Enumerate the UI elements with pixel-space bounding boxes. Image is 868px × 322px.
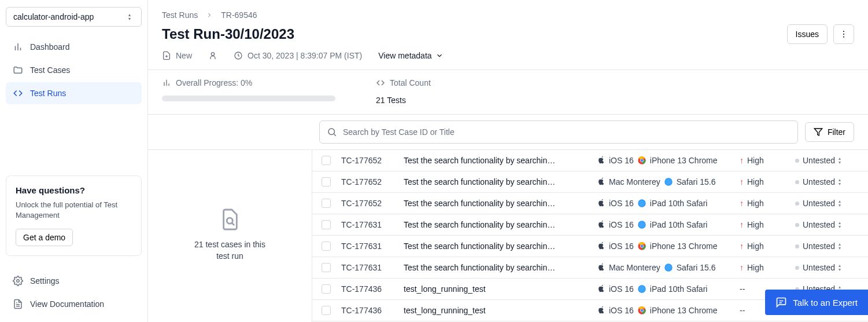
status-label: Untested <box>803 241 835 251</box>
chevron-sort-icon: ▴▾ <box>839 264 844 272</box>
status-dot-icon <box>795 202 799 206</box>
search-input[interactable] <box>343 127 791 137</box>
row-checkbox[interactable] <box>322 263 332 272</box>
total-count-label: Total Count <box>376 78 431 87</box>
tc-status-dropdown[interactable]: Untested ▴▾ <box>795 241 859 251</box>
chevron-sort-icon: ▴▾ <box>839 242 844 250</box>
row-checkbox[interactable] <box>322 220 332 229</box>
tc-status-dropdown[interactable]: Untested ▴▾ <box>795 199 859 208</box>
sidebar-item-docs[interactable]: View Documentation <box>6 293 142 315</box>
row-checkbox[interactable] <box>322 284 332 294</box>
env-device: iPad 10th Safari <box>650 284 708 294</box>
filter-button[interactable]: Filter <box>805 122 854 142</box>
progress-bar <box>162 96 335 101</box>
get-demo-button[interactable]: Get a demo <box>16 229 73 246</box>
table-row[interactable]: TC-177631 Test the search functionality … <box>312 236 868 257</box>
apple-icon <box>597 220 605 229</box>
svg-point-14 <box>638 200 645 206</box>
svg-point-7 <box>227 218 232 224</box>
tc-status-dropdown[interactable]: Untested ▴▾ <box>795 220 859 229</box>
tc-environment: iOS 16 iPad 10th Safari <box>597 199 730 208</box>
timestamp: Oct 30, 2023 | 8:39:07 PM (IST) <box>234 51 362 60</box>
tc-title: test_long_running_test <box>404 306 588 315</box>
table-row[interactable]: TC-177652 Test the search functionality … <box>312 171 868 193</box>
more-menu-button[interactable] <box>833 24 854 44</box>
priority-label: High <box>747 156 764 165</box>
questions-body: Unlock the full potential of Test Manage… <box>16 200 132 221</box>
tc-id: TC-177631 <box>341 241 394 251</box>
talk-to-expert-button[interactable]: Talk to an Expert <box>765 290 868 315</box>
total-count-text: Total Count <box>390 78 431 87</box>
row-checkbox[interactable] <box>322 306 332 315</box>
main-content: Test Runs TR-69546 Test Run-30/10/2023 I… <box>148 0 868 322</box>
gear-icon <box>13 276 23 286</box>
tc-status-dropdown[interactable]: Untested ▴▾ <box>795 156 859 165</box>
tc-title: Test the search functionality by searchi… <box>404 156 588 165</box>
questions-card: Have questions? Unlock the full potentia… <box>6 175 142 256</box>
table-row[interactable]: TC-177652 Test the search functionality … <box>312 193 868 214</box>
tc-title: test_long_running_test <box>404 284 588 294</box>
env-os: iOS 16 <box>609 220 634 229</box>
summary-panel: 21 test cases in this test run <box>148 150 312 322</box>
issues-button[interactable]: Issues <box>787 24 828 44</box>
arrow-up-icon: ↑ <box>740 263 744 272</box>
svg-point-19 <box>641 245 643 247</box>
tc-priority: ↑ High <box>740 156 786 165</box>
sidebar-item-dashboard[interactable]: Dashboard <box>6 36 142 58</box>
sidebar: calculator-android-app ▴▾ Dashboard Test… <box>0 0 148 322</box>
breadcrumb-current: TR-69546 <box>221 10 257 20</box>
chrome-icon <box>637 241 647 251</box>
chevron-right-icon <box>206 12 213 19</box>
env-os: Mac Monterey <box>609 177 660 186</box>
tc-title: Test the search functionality by searchi… <box>404 220 588 229</box>
chevron-sort-icon: ▴▾ <box>839 156 844 164</box>
svg-point-12 <box>665 178 671 185</box>
priority-label: High <box>747 220 764 229</box>
breadcrumb: Test Runs TR-69546 <box>162 10 854 20</box>
document-search-icon <box>220 208 240 239</box>
env-device: iPad 10th Safari <box>650 199 708 208</box>
row-checkbox[interactable] <box>322 156 332 165</box>
sidebar-item-settings[interactable]: Settings <box>6 270 142 292</box>
safari-icon <box>637 199 647 208</box>
tc-id: TC-177436 <box>341 306 394 315</box>
table-row[interactable]: TC-177652 Test the search functionality … <box>312 150 868 171</box>
view-metadata-link[interactable]: View metadata <box>378 51 443 60</box>
total-count-value: 21 Tests <box>376 96 431 105</box>
status-label: Untested <box>803 199 835 208</box>
search-input-wrapper[interactable] <box>319 120 798 144</box>
priority-label: -- <box>740 306 745 315</box>
user-icon <box>208 51 217 60</box>
tc-priority: ↑ High <box>740 177 786 186</box>
sidebar-item-label: Dashboard <box>30 42 70 52</box>
table-toolbar: Filter <box>148 114 868 149</box>
row-checkbox[interactable] <box>322 241 332 251</box>
priority-label: High <box>747 177 764 186</box>
project-select[interactable]: calculator-android-app ▴▾ <box>6 7 142 27</box>
arrow-up-icon: ↑ <box>740 241 744 251</box>
table-row[interactable]: TC-177631 Test the search functionality … <box>312 257 868 279</box>
env-os: iOS 16 <box>609 199 634 208</box>
row-checkbox[interactable] <box>322 177 332 186</box>
chevron-sort-icon: ▴▾ <box>839 199 844 207</box>
questions-heading: Have questions? <box>16 185 132 195</box>
svg-point-2 <box>843 34 844 35</box>
env-os: iOS 16 <box>609 156 634 165</box>
breadcrumb-root[interactable]: Test Runs <box>162 10 198 20</box>
progress-section: Overall Progress: 0% Total Count 21 Test… <box>148 69 868 114</box>
sidebar-item-test-runs[interactable]: Test Runs <box>6 82 142 104</box>
env-device: Safari 15.6 <box>677 263 716 272</box>
new-file-icon <box>162 51 171 60</box>
tc-id: TC-177652 <box>341 156 394 165</box>
tc-status-dropdown[interactable]: Untested ▴▾ <box>795 177 859 186</box>
status-dot-icon <box>795 180 799 184</box>
env-os: iOS 16 <box>609 306 634 315</box>
tc-status-dropdown[interactable]: Untested ▴▾ <box>795 263 859 272</box>
table-row[interactable]: TC-177631 Test the search functionality … <box>312 214 868 236</box>
row-checkbox[interactable] <box>322 199 332 208</box>
tc-priority: ↑ High <box>740 241 786 251</box>
sidebar-item-test-cases[interactable]: Test Cases <box>6 59 142 81</box>
tc-priority: ↑ High <box>740 199 786 208</box>
tc-title: Test the search functionality by searchi… <box>404 199 588 208</box>
apple-icon <box>597 306 605 315</box>
